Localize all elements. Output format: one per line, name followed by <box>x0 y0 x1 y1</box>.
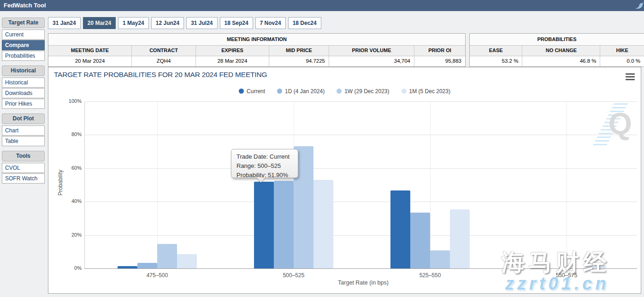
horizontal-gridline <box>84 235 637 236</box>
tab-12-jun24[interactable]: 12 Jun24 <box>151 17 184 29</box>
bar-1m-500–525[interactable] <box>313 180 333 268</box>
col-header-contract: CONTRACT <box>131 46 195 56</box>
col-header-hike: HIKE <box>600 46 644 56</box>
col-value-hike: 0.0 % <box>600 56 644 66</box>
bar-current-500–525[interactable] <box>254 182 274 268</box>
sidebar-section-header-dot-plot: Dot Plot <box>2 113 45 124</box>
col-value-expires: 28 Mar 2024 <box>195 56 269 66</box>
tab-31-jan24[interactable]: 31 Jan24 <box>48 17 81 29</box>
y-tick-label: 40% <box>54 198 82 204</box>
tooltip-probability: Probability: 51.90% <box>236 171 298 180</box>
bar-1w-475–500[interactable] <box>157 244 177 268</box>
y-tick-label: 0% <box>54 265 82 271</box>
bar-1m-525–550[interactable] <box>450 209 470 268</box>
meeting-info-header-row: MEETING DATECONTRACTEXPIRESMID PRICEPRIO… <box>48 46 465 56</box>
sidebar-item-table[interactable]: Table <box>2 136 45 146</box>
y-tick-label: 100% <box>54 98 82 104</box>
bar-current-475–500[interactable] <box>118 266 137 268</box>
bar-1d-525–550[interactable] <box>410 213 430 268</box>
quikstrike-logo: Q <box>591 102 638 146</box>
watermark-url: zzrt01.cn <box>505 274 644 294</box>
app-title: FedWatch Tool <box>4 2 46 9</box>
horizontal-gridline <box>84 101 637 102</box>
x-category-label: 525–550 <box>398 272 462 279</box>
meeting-info-table: MEETING INFORMATION MEETING DATECONTRACT… <box>48 33 466 67</box>
x-category-label: 500–525 <box>261 272 326 279</box>
sidebar-item-sofr-watch[interactable]: SOFR Watch <box>2 173 45 184</box>
bar-1m-475–500[interactable] <box>177 254 197 268</box>
tab-18-dec24[interactable]: 18 Dec24 <box>288 17 321 29</box>
fedwatch-page: FedWatch Tool Target RateCurrentCompareP… <box>0 0 644 297</box>
sidebar-item-probabilities[interactable]: Probabilities <box>2 51 45 61</box>
horizontal-gridline <box>84 168 637 169</box>
sidebar-item-cvol[interactable]: CVOL <box>2 163 45 173</box>
col-header-mid-price: MID PRICE <box>269 46 329 56</box>
col-value-no-change: 46.8 % <box>522 56 600 66</box>
col-header-expires: EXPIRES <box>195 46 269 56</box>
sidebar-item-chart[interactable]: Chart <box>2 125 45 136</box>
tooltip-range: Range: 500–525 <box>236 161 298 171</box>
chart-tooltip: Trade Date: Current Range: 500–525 Proba… <box>231 149 298 178</box>
tab-7-nov24[interactable]: 7 Nov24 <box>255 17 286 29</box>
sidebar-section-header-tools: Tools <box>2 151 45 161</box>
probabilities-table: PROBABILITIES EASENO CHANGEHIKE 53.2 %46… <box>469 33 644 67</box>
sidebar-item-historical[interactable]: Historical <box>2 77 45 88</box>
probabilities-title: PROBABILITIES <box>470 34 644 46</box>
bar-current-525–550[interactable] <box>390 190 410 268</box>
col-value-prior-volume: 34,704 <box>329 56 414 66</box>
col-value-contract: ZQH4 <box>131 56 195 66</box>
tooltip-trade-date: Trade Date: Current <box>236 152 298 161</box>
bar-1d-500–525[interactable] <box>274 181 294 268</box>
sidebar: Target RateCurrentCompareProbabilitiesHi… <box>2 18 45 184</box>
col-header-no-change: NO CHANGE <box>522 46 600 56</box>
vertical-gridline <box>157 101 158 268</box>
twitter-icon[interactable] <box>635 1 644 10</box>
tab-18-sep24[interactable]: 18 Sep24 <box>220 17 253 29</box>
meeting-tabs: 31 Jan2420 Mar241 May2412 Jun2431 Jul241… <box>48 17 324 30</box>
col-header-prior-oi: PRIOR OI <box>414 46 465 56</box>
bar-1w-525–550[interactable] <box>430 250 450 268</box>
probabilities-header-row: EASENO CHANGEHIKE <box>470 46 644 56</box>
col-header-ease: EASE <box>470 46 522 56</box>
tab-20-mar24[interactable]: 20 Mar24 <box>83 17 116 29</box>
vertical-gridline <box>567 101 567 268</box>
sidebar-section-header-historical: Historical <box>2 65 45 76</box>
watermark-text: 海马财经 <box>502 247 644 278</box>
col-value-ease: 53.2 % <box>470 56 522 66</box>
tab-1-may24[interactable]: 1 May24 <box>118 17 149 29</box>
sidebar-item-prior-hikes[interactable]: Prior Hikes <box>2 99 45 109</box>
sidebar-item-current[interactable]: Current <box>2 30 45 40</box>
sidebar-item-compare[interactable]: Compare <box>2 40 45 50</box>
sidebar-section-header-target-rate: Target Rate <box>2 18 45 28</box>
meeting-info-title: MEETING INFORMATION <box>48 34 465 46</box>
col-header-prior-volume: PRIOR VOLUME <box>329 46 414 56</box>
meeting-info-value-row: 20 Mar 2024ZQH428 Mar 202494.722534,7049… <box>48 56 465 66</box>
y-tick-label: 20% <box>54 232 82 238</box>
vertical-gridline <box>430 101 431 268</box>
horizontal-gridline <box>84 135 637 135</box>
x-category-label: 475–500 <box>125 272 189 279</box>
sidebar-item-downloads[interactable]: Downloads <box>2 88 45 98</box>
col-value-mid-price: 94.7225 <box>269 56 329 66</box>
y-tick-label: 80% <box>54 131 82 137</box>
tab-31-jul24[interactable]: 31 Jul24 <box>186 17 217 29</box>
col-value-meeting-date: 20 Mar 2024 <box>48 56 131 66</box>
col-header-meeting-date: MEETING DATE <box>48 46 131 56</box>
y-axis-line <box>84 101 85 268</box>
col-value-prior-oi: 95,883 <box>414 56 465 66</box>
app-header: FedWatch Tool <box>0 0 644 11</box>
horizontal-gridline <box>84 202 637 202</box>
y-tick-label: 60% <box>54 165 82 171</box>
bar-1d-475–500[interactable] <box>137 263 157 268</box>
probabilities-value-row: 53.2 %46.8 %0.0 % <box>470 56 644 66</box>
